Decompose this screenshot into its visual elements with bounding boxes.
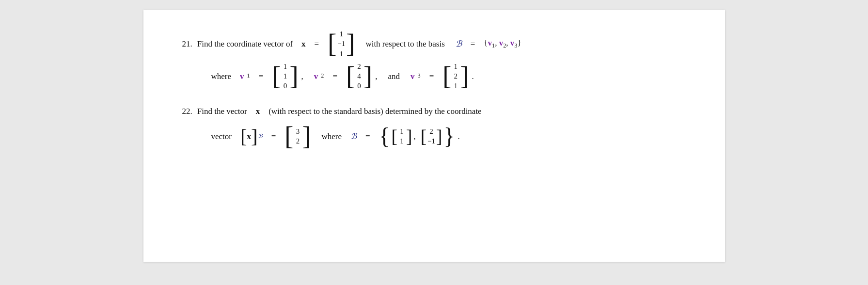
problem-22-text-middle: (with respect to the standard basis) det… (268, 105, 482, 118)
problem-22-number: 22. (182, 105, 192, 118)
bv1-cell-2: 1 (398, 136, 405, 146)
coord-x: x (247, 130, 252, 143)
sq-bracket-left: [ (240, 121, 247, 152)
problem-21-basis-B: ℬ (456, 37, 462, 50)
matrix-cell-2: −1 (337, 39, 345, 48)
problem-22-basis-B: ℬ (350, 130, 357, 143)
problem-22: 22. Find the vector x (with respect to t… (182, 105, 686, 152)
v2-cells: 2 4 0 (356, 62, 363, 91)
v2-cell-3: 0 (356, 81, 363, 91)
problem-21-x-vector: [ 1 −1 1 ] (328, 29, 355, 59)
xB-cell-2: 2 (294, 136, 301, 146)
eq-basis: = (365, 130, 370, 143)
basis-vec1: [ 1 1 ] (392, 127, 412, 146)
bracket-left: [ (328, 31, 336, 57)
eq2: = (332, 70, 337, 83)
problem-22-vector-line: vector [ x ] ℬ = [ 3 2 ] where (211, 121, 686, 152)
problem-22-coord-label: vector (211, 130, 232, 143)
problem-21-number: 21. (182, 37, 192, 50)
problem-21-v2-label: v (314, 70, 318, 83)
problem-21-line1: 21. Find the coordinate vector of x = [ … (182, 29, 686, 59)
basis-comma: , (413, 130, 415, 143)
problem-21-equals2: = (471, 37, 475, 50)
v3-cell-3: 1 (452, 81, 459, 91)
curly-left: { (379, 125, 390, 148)
basis-vec2: [ 2 −1 ] (421, 127, 442, 146)
v3-vector: [ 1 2 1 ] (442, 62, 469, 91)
xB-bracket-left: [ (284, 123, 293, 149)
bv1-cells: 1 1 (398, 127, 405, 146)
problem-21-text-middle: with respect to the basis (365, 37, 444, 50)
v2-bracket-left: [ (346, 63, 355, 89)
v3-bracket-right: ] (460, 63, 469, 89)
matrix-cells: 1 −1 1 (337, 29, 345, 59)
problem-22-text-before: Find the vector (197, 105, 247, 118)
v2-bracket-right: ] (363, 63, 372, 89)
v1-bracket-right: ] (289, 63, 298, 89)
matrix-cell-3: 1 (338, 49, 345, 59)
eq1: = (259, 70, 264, 83)
bv2-cell-1: 2 (428, 127, 435, 136)
problem-21-v3-label: v (410, 70, 415, 83)
v1-cell-3: 0 (282, 81, 288, 91)
bv1-cell-1: 1 (398, 127, 405, 136)
coord-bracket-wrap: [ x ] ℬ (240, 121, 263, 152)
eq3: = (429, 70, 434, 83)
problem-22-line1: 22. Find the vector x (with respect to t… (182, 105, 686, 118)
sq-bracket-right: ] (251, 121, 258, 152)
xB-bracket-right: ] (302, 123, 311, 149)
v2-cell-1: 2 (356, 62, 363, 71)
coord-sub-B: ℬ (258, 132, 263, 142)
problem-21-where: where (211, 70, 232, 83)
v1-cell-2: 1 (282, 71, 288, 81)
v3-bracket-left: [ (442, 63, 451, 89)
problem-21-x: x (301, 37, 306, 50)
problem-22-x: x (256, 105, 260, 118)
bv2-bracket-left: [ (421, 127, 426, 145)
problem-21-text-before: Find the coordinate vector of (197, 37, 293, 50)
problem-21-equals: = (315, 37, 319, 50)
xB-cells: 3 2 (294, 127, 301, 146)
curly-right: } (444, 125, 455, 148)
basis-set-22: { [ 1 1 ] , [ 2 −1 ] (379, 125, 455, 148)
problem-21-basis-set: {v1, v2, v3} (484, 36, 521, 51)
eq22: = (271, 130, 276, 143)
v1-vector: [ 1 1 0 ] (272, 62, 298, 91)
comma2: , (375, 70, 377, 83)
v2-sub: 2 (321, 71, 324, 81)
bv2-cells: 2 −1 (427, 127, 435, 146)
v2-vector: [ 2 4 0 ] (346, 62, 372, 91)
v1-sub: 1 (247, 71, 250, 81)
comma1: , (301, 70, 303, 83)
matrix-cell-1: 1 (338, 29, 345, 39)
v1-cell-1: 1 (282, 62, 288, 71)
v1-cells: 1 1 0 (282, 62, 288, 91)
bracket-right: ] (346, 31, 355, 57)
xB-vector: [ 3 2 ] (284, 123, 311, 149)
and-label: and (388, 70, 400, 83)
problem-22-where: where (322, 130, 342, 143)
bv1-bracket-left: [ (392, 127, 397, 145)
bv1-bracket-right: ] (406, 127, 412, 145)
bv2-bracket-right: ] (436, 127, 442, 145)
v3-cell-1: 1 (452, 62, 459, 71)
period1: . (472, 70, 473, 83)
v1-bracket-left: [ (272, 63, 281, 89)
v3-cell-2: 2 (452, 71, 459, 81)
page: 21. Find the coordinate vector of x = [ … (143, 10, 725, 262)
problem-21-v1-label: v (240, 70, 244, 83)
period2: . (458, 130, 459, 143)
bv2-cell-2: −1 (427, 136, 435, 146)
problem-21: 21. Find the coordinate vector of x = [ … (182, 29, 686, 91)
v3-sub: 3 (418, 71, 421, 81)
xB-cell-1: 3 (294, 127, 301, 136)
v2-cell-2: 4 (356, 71, 363, 81)
v3-cells: 1 2 1 (452, 62, 459, 91)
problem-21-where-line: where v1 = [ 1 1 0 ] , v2 = [ (211, 62, 686, 91)
